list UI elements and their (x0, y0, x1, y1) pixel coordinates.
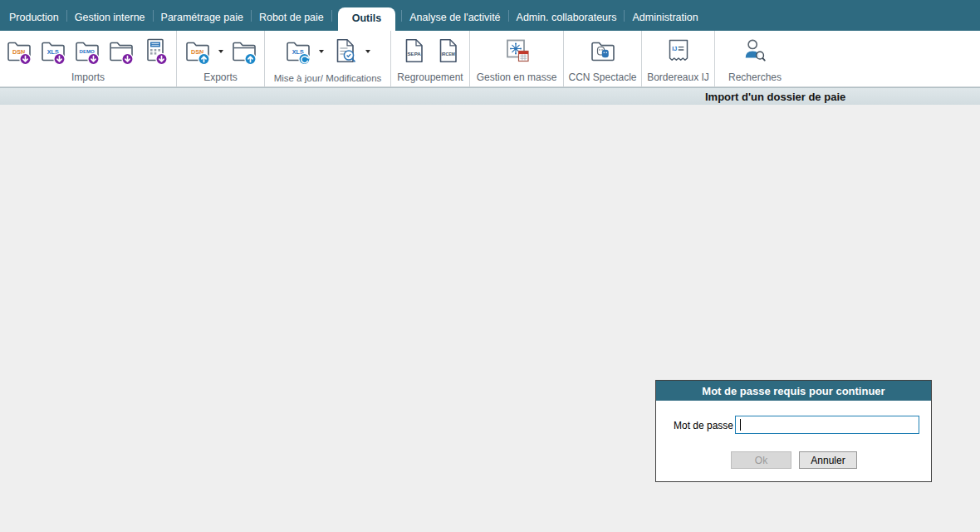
tab-administration[interactable]: Administration (625, 7, 705, 31)
dropdown-arrow-icon[interactable] (218, 50, 223, 56)
group-label-ccn-spectacle: CCN Spectacle (564, 71, 641, 86)
tab-outils[interactable]: Outils (338, 7, 395, 31)
group-label-mise-a-jour: Mise à jour/ Modifications (265, 73, 390, 86)
ribbon-group-mise-a-jour: XLS Mise à jour/ Modifications (265, 31, 391, 86)
group-label-regroupement: Regroupement (391, 71, 469, 86)
modifications-button[interactable] (331, 36, 358, 67)
password-input-wrap (735, 416, 919, 434)
application-window: Production Gestion interne Paramétrage p… (0, 0, 980, 532)
password-label: Mot de passe (674, 420, 733, 431)
group-label-recherches: Recherches (715, 71, 795, 86)
bordereaux-ij-button[interactable]: IJ (665, 36, 692, 67)
svg-text:SEPA: SEPA (407, 51, 421, 57)
dropdown-arrow-icon[interactable] (365, 50, 370, 56)
import-xls-button[interactable]: XLS (40, 36, 66, 67)
document-ircem-icon: IRCEM (434, 36, 461, 66)
ribbon-group-gestion-en-masse: Gestion en masse (470, 31, 564, 86)
person-search-icon (742, 36, 768, 66)
tab-gestion-interne[interactable]: Gestion interne (67, 7, 153, 31)
folder-dsn-upload-icon: DSN (184, 36, 211, 66)
ccn-spectacle-button[interactable] (590, 36, 616, 67)
import-payslip-button[interactable] (142, 36, 169, 67)
group-label-imports: Imports (0, 71, 176, 86)
gestion-en-masse-button[interactable] (503, 36, 530, 67)
tab-parametrage-paie[interactable]: Paramétrage paie (154, 7, 251, 31)
menu-bar: Production Gestion interne Paramétrage p… (0, 0, 980, 31)
tab-production[interactable]: Production (2, 7, 66, 31)
import-demo-button[interactable]: DEMO (74, 36, 100, 67)
folder-open-upload-icon (231, 36, 257, 66)
ribbon-group-recherches: Recherches (715, 31, 795, 86)
form-download-icon (142, 36, 169, 66)
import-folder-button[interactable] (108, 36, 135, 67)
svg-text:IJ: IJ (672, 45, 677, 52)
recherches-button[interactable] (742, 36, 768, 67)
svg-text:IRCEM: IRCEM (441, 52, 454, 57)
tab-separator (331, 10, 332, 22)
ribbon-group-bordereaux-ij: IJ Bordereaux IJ (642, 31, 715, 86)
dropdown-arrow-icon[interactable] (319, 50, 324, 56)
export-folder-button[interactable] (231, 36, 257, 67)
folder-dsn-download-icon: DSN (6, 36, 32, 66)
update-xls-button[interactable]: XLS (285, 36, 311, 67)
tab-analyse-activite[interactable]: Analyse de l'activité (402, 7, 507, 31)
password-input[interactable] (735, 416, 919, 434)
tab-admin-collaborateurs[interactable]: Admin. collaborateurs (509, 7, 625, 31)
sepa-button[interactable]: SEPA (400, 36, 427, 67)
dialog-title: Mot de passe requis pour continuer (656, 381, 931, 401)
receipt-ij-icon: IJ (665, 36, 692, 66)
password-dialog: Mot de passe requis pour continuer Mot d… (655, 380, 932, 482)
folder-demo-download-icon: DEMO (74, 36, 100, 66)
cancel-button[interactable]: Annuler (799, 451, 857, 469)
export-dsn-button[interactable]: DSN (184, 36, 211, 67)
folder-theater-masks-icon (590, 36, 616, 66)
main-content: Mot de passe requis pour continuer Mot d… (0, 106, 980, 532)
panel-title: Import d'un dossier de paie (705, 91, 845, 103)
ribbon-group-regroupement: SEPA IRCEM Regroupement (391, 31, 470, 86)
ribbon-group-exports: DSN Exports (177, 31, 265, 86)
ribbon-toolbar: DSN XLS DEMO (0, 31, 980, 87)
folder-open-download-icon (108, 36, 135, 66)
group-label-gestion-en-masse: Gestion en masse (470, 71, 563, 86)
folder-xls-download-icon: XLS (40, 36, 66, 66)
ircem-button[interactable]: IRCEM (434, 36, 461, 67)
tab-robot-de-paie[interactable]: Robot de paie (252, 7, 331, 31)
document-sepa-icon: SEPA (400, 36, 427, 66)
folder-xls-refresh-icon: XLS (285, 36, 311, 66)
document-search-check-icon (331, 36, 358, 66)
import-dsn-button[interactable]: DSN (6, 36, 32, 67)
ribbon-group-ccn-spectacle: CCN Spectacle (564, 31, 642, 86)
group-label-exports: Exports (177, 71, 264, 86)
batch-calendar-icon (503, 36, 530, 66)
panel-header: Import d'un dossier de paie (0, 87, 980, 105)
text-caret (740, 419, 741, 431)
ribbon-group-imports: DSN XLS DEMO (0, 31, 177, 86)
group-label-bordereaux-ij: Bordereaux IJ (642, 71, 714, 86)
ok-button[interactable]: Ok (731, 451, 791, 469)
